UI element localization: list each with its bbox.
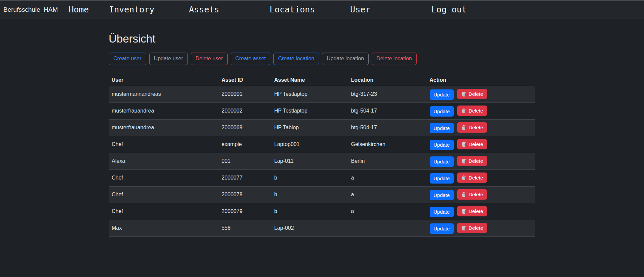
column-header-asset-name: Asset Name xyxy=(272,74,348,86)
update-button[interactable]: Update xyxy=(430,190,454,200)
delete-button[interactable]: Delete xyxy=(457,189,487,200)
cell-asset-id: 2000078 xyxy=(219,186,272,203)
nav-item-inventory[interactable]: Inventory xyxy=(109,5,154,14)
cell-user: Chef xyxy=(109,169,219,186)
delete-button-label: Delete xyxy=(469,191,483,198)
delete-button[interactable]: Delete xyxy=(457,89,487,99)
cell-location: btg-504-17 xyxy=(348,102,427,119)
table-body: mustermannandreas2000001HP Testlaptopbtg… xyxy=(109,86,535,236)
cell-asset-name: Lap-002 xyxy=(272,220,348,236)
column-header-action: Action xyxy=(427,74,535,86)
cell-user: Alexa xyxy=(109,153,219,169)
cell-asset-id: 2000077 xyxy=(219,169,272,186)
cell-action: UpdateDelete xyxy=(427,169,535,186)
cell-action: UpdateDelete xyxy=(427,220,535,236)
navbar-brand[interactable]: Berufsschule_HAM xyxy=(3,6,58,13)
cell-action: UpdateDelete xyxy=(427,102,535,119)
nav-item-user[interactable]: User xyxy=(350,5,370,14)
delete-button[interactable]: Delete xyxy=(457,156,487,166)
table-header-row: UserAsset IDAsset NameLocationAction xyxy=(109,74,535,86)
cell-action: UpdateDelete xyxy=(427,136,535,153)
create-user-button[interactable]: Create user xyxy=(109,53,146,65)
delete-location-button[interactable]: Delete location xyxy=(372,53,417,65)
cell-asset-id: example xyxy=(219,136,272,153)
delete-button-label: Delete xyxy=(469,224,483,231)
create-location-button[interactable]: Create location xyxy=(273,53,319,65)
table-row: mustermannandreas2000001HP Testlaptopbtg… xyxy=(109,86,535,102)
update-button[interactable]: Update xyxy=(430,173,454,184)
update-button[interactable]: Update xyxy=(430,223,454,234)
trash-icon xyxy=(461,108,466,113)
toolbar: Create userUpdate userDelete userCreate … xyxy=(109,53,535,65)
delete-button-label: Delete xyxy=(469,124,483,131)
cell-asset-name: b xyxy=(272,203,348,220)
update-button[interactable]: Update xyxy=(430,89,454,100)
delete-button[interactable]: Delete xyxy=(457,122,487,133)
delete-button[interactable]: Delete xyxy=(457,139,487,149)
delete-button-label: Delete xyxy=(469,157,483,164)
assets-table: UserAsset IDAsset NameLocationAction mus… xyxy=(109,74,535,237)
delete-button[interactable]: Delete xyxy=(457,106,487,116)
delete-button-label: Delete xyxy=(469,208,483,215)
delete-button[interactable]: Delete xyxy=(457,206,487,216)
cell-asset-id: 2000079 xyxy=(219,203,272,220)
table-row: Chef2000079baUpdateDelete xyxy=(109,203,535,220)
cell-user: Max xyxy=(109,220,219,236)
cell-asset-name: HP Testlaptop xyxy=(272,86,348,102)
nav-item-home[interactable]: Home xyxy=(69,5,89,14)
cell-user: Chef xyxy=(109,186,219,203)
cell-location: a xyxy=(348,186,427,203)
cell-action: UpdateDelete xyxy=(427,186,535,203)
cell-user: Chef xyxy=(109,136,219,153)
table-row: musterfrauandrea2000069HP Tablopbtg-504-… xyxy=(109,119,535,136)
navbar: Berufsschule_HAM HomeInventoryAssetsLoca… xyxy=(0,1,644,18)
table-row: Chef2000078baUpdateDelete xyxy=(109,186,535,203)
trash-icon xyxy=(461,225,466,230)
update-button[interactable]: Update xyxy=(430,123,454,133)
trash-icon xyxy=(461,175,466,180)
update-button[interactable]: Update xyxy=(430,106,454,117)
delete-user-button[interactable]: Delete user xyxy=(191,53,228,65)
column-header-asset-id: Asset ID xyxy=(219,74,272,86)
cell-location: a xyxy=(348,169,427,186)
table-row: Chef2000077baUpdateDelete xyxy=(109,169,535,186)
cell-location: btg-317-23 xyxy=(348,86,427,102)
cell-location xyxy=(348,220,427,236)
update-button[interactable]: Update xyxy=(430,156,454,167)
cell-action: UpdateDelete xyxy=(427,153,535,169)
nav-item-log-out[interactable]: Log out xyxy=(431,5,467,14)
nav-items: HomeInventoryAssetsLocationsUserLog out xyxy=(58,5,467,14)
cell-location: Gelsenkirchen xyxy=(348,136,427,153)
cell-asset-id: 2000002 xyxy=(219,102,272,119)
cell-location: Berlin xyxy=(348,153,427,169)
update-button[interactable]: Update xyxy=(430,207,454,217)
update-user-button[interactable]: Update user xyxy=(149,53,188,65)
nav-item-assets[interactable]: Assets xyxy=(189,5,219,14)
cell-user: musterfrauandrea xyxy=(109,119,219,136)
cell-asset-name: HP Testlaptop xyxy=(272,102,348,119)
cell-asset-name: b xyxy=(272,169,348,186)
delete-button[interactable]: Delete xyxy=(457,223,487,233)
cell-asset-id: 2000069 xyxy=(219,119,272,136)
cell-action: UpdateDelete xyxy=(427,203,535,220)
trash-icon xyxy=(461,192,466,197)
delete-button-label: Delete xyxy=(469,174,483,181)
update-location-button[interactable]: Update location xyxy=(322,53,369,65)
cell-asset-id: 556 xyxy=(219,220,272,236)
trash-icon xyxy=(461,158,466,163)
delete-button-label: Delete xyxy=(469,90,483,97)
cell-user: Chef xyxy=(109,203,219,220)
cell-action: UpdateDelete xyxy=(427,86,535,102)
nav-item-locations[interactable]: Locations xyxy=(270,5,315,14)
delete-button-label: Delete xyxy=(469,107,483,114)
page-title: Übersicht xyxy=(109,32,535,45)
cell-location: a xyxy=(348,203,427,220)
cell-asset-id: 2000001 xyxy=(219,86,272,102)
update-button[interactable]: Update xyxy=(430,140,454,150)
trash-icon xyxy=(461,91,466,96)
delete-button[interactable]: Delete xyxy=(457,172,487,183)
create-asset-button[interactable]: Create asset xyxy=(231,53,271,65)
cell-asset-name: b xyxy=(272,186,348,203)
cell-asset-name: Laptop001 xyxy=(272,136,348,153)
cell-action: UpdateDelete xyxy=(427,119,535,136)
